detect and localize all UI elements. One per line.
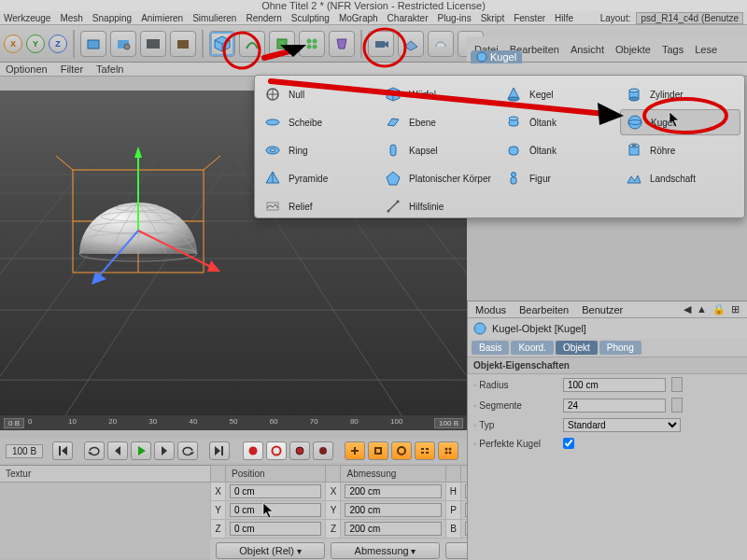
menu-rendern[interactable]: Rendern: [246, 13, 281, 23]
primitive-item-null[interactable]: Null: [259, 81, 379, 107]
axis-z-button[interactable]: Z: [49, 35, 67, 53]
attr-objtab-koord[interactable]: Koord.: [511, 341, 553, 355]
attr-perfekte kugel-checkbox[interactable]: [563, 438, 574, 449]
objmgr-menu-objekte[interactable]: Objekte: [615, 44, 651, 55]
svg-marker-16: [404, 41, 417, 50]
menu-charakter[interactable]: Charakter: [388, 13, 429, 23]
play-button[interactable]: [131, 441, 151, 460]
primitive-item-cone[interactable]: Kegel: [500, 81, 620, 107]
objmgr-menu-ansicht[interactable]: Ansicht: [571, 44, 604, 55]
record-button[interactable]: [243, 441, 263, 460]
menu-skript[interactable]: Skript: [481, 13, 505, 23]
coord-mode-dropdown[interactable]: Objekt (Rel) ▾: [216, 542, 325, 559]
primitive-item-oiltank2[interactable]: Öltank: [500, 137, 620, 163]
subtab-optionen[interactable]: Optionen: [6, 63, 48, 75]
menu-werkzeuge[interactable]: Werkzeuge: [4, 13, 50, 23]
key-rot-button[interactable]: [391, 441, 412, 460]
attr-nav-up-icon[interactable]: ▲: [697, 303, 707, 315]
timeline-start-frame[interactable]: 0 B: [4, 418, 24, 428]
step-forward-button[interactable]: [154, 441, 175, 460]
keyframe-all-button[interactable]: [313, 441, 333, 460]
primitive-item-cube[interactable]: Würfel: [379, 81, 500, 107]
menu-simulieren[interactable]: Simulieren: [192, 13, 236, 23]
sky-button[interactable]: [428, 31, 454, 57]
loop-button[interactable]: [84, 441, 105, 460]
nurbs-button[interactable]: [269, 31, 295, 57]
key-pos-button[interactable]: [345, 441, 365, 460]
primitive-item-landscape[interactable]: Landschaft: [620, 165, 740, 191]
primitive-item-tube[interactable]: Röhre: [620, 137, 740, 163]
coord-pos-z[interactable]: [230, 522, 321, 536]
render-settings-button[interactable]: [110, 31, 136, 57]
picture-viewer-button[interactable]: [140, 31, 166, 57]
objmgr-menu-tags[interactable]: Tags: [662, 44, 684, 55]
primitive-item-platonic[interactable]: Platonischer Körper: [379, 165, 500, 191]
attr-objtab-objekt[interactable]: Objekt: [556, 341, 598, 355]
primitive-item-cylinder[interactable]: Zylinder: [620, 81, 740, 107]
coord-dim-y[interactable]: [345, 503, 441, 517]
primitive-item-relief[interactable]: Relief: [259, 193, 379, 219]
menu-animieren[interactable]: Animieren: [141, 13, 183, 23]
loop-forward-button[interactable]: [177, 441, 198, 460]
timeline-ruler[interactable]: 0 B 01020304050607080100 100 B: [0, 415, 467, 430]
menu-hilfe[interactable]: Hilfe: [555, 13, 573, 23]
objmgr-menu-lese[interactable]: Lese: [695, 44, 717, 55]
attr-radius-field[interactable]: [563, 378, 666, 392]
primitive-item-capsule[interactable]: Kapsel: [379, 137, 500, 163]
primitive-item-figure[interactable]: Figur: [500, 165, 620, 191]
array-button[interactable]: [299, 31, 325, 57]
primitive-item-disc[interactable]: Scheibe: [259, 109, 379, 135]
primitive-item-plane[interactable]: Ebene: [379, 109, 500, 135]
coord-dim-x[interactable]: [345, 484, 441, 498]
menu-mograph[interactable]: MoGraph: [339, 13, 378, 23]
menu-plugins[interactable]: Plug-ins: [438, 13, 472, 23]
attr-objtab-basis[interactable]: Basis: [472, 341, 509, 355]
keyframe-sel-button[interactable]: [289, 441, 310, 460]
attr-segmente-field[interactable]: [563, 399, 666, 413]
autokey-button[interactable]: [266, 441, 287, 460]
coord-pos-y[interactable]: [230, 503, 321, 517]
attr-tab-bearbeiten[interactable]: Bearbeiten: [519, 304, 569, 315]
primitive-item-guide[interactable]: Hilfslinie: [379, 193, 500, 219]
attr-objtab-phong[interactable]: Phong: [599, 341, 641, 355]
layout-dropdown[interactable]: psd_R14_c4d (Benutze: [636, 12, 743, 24]
axis-x-button[interactable]: X: [4, 35, 22, 53]
end-frame-field[interactable]: 100 B: [6, 444, 43, 458]
coord-dim-z[interactable]: [345, 522, 441, 536]
deformer-button[interactable]: [329, 31, 355, 57]
axis-y-button[interactable]: Y: [26, 35, 45, 53]
timeline-range-end[interactable]: 100 B: [434, 418, 463, 428]
goto-end-button[interactable]: [209, 441, 230, 460]
subtab-filter[interactable]: Filter: [61, 63, 83, 75]
menu-mesh[interactable]: Mesh: [60, 13, 82, 23]
key-pla-button[interactable]: [438, 441, 458, 460]
render-queue-button[interactable]: [170, 31, 196, 57]
object-tab-kugel[interactable]: Kugel: [471, 50, 522, 63]
key-param-button[interactable]: [415, 441, 435, 460]
coord-pos-x[interactable]: [230, 484, 321, 498]
attr-tab-benutzer[interactable]: Benutzer: [582, 304, 623, 315]
attr-nav-back-icon[interactable]: ◀: [684, 303, 691, 315]
attr-lock-icon[interactable]: 🔒: [712, 303, 726, 315]
subtab-tafeln[interactable]: Tafeln: [96, 63, 123, 75]
primitive-item-oiltank[interactable]: Öltank: [500, 109, 620, 135]
key-scale-button[interactable]: [368, 441, 388, 460]
menu-snapping[interactable]: Snapping: [92, 13, 132, 23]
primitive-item-torus[interactable]: Ring: [259, 137, 379, 163]
attr-tab-modus[interactable]: Modus: [475, 304, 506, 315]
attr-menu-icon[interactable]: ⊞: [731, 303, 740, 315]
coord-dim-dropdown[interactable]: Abmessung ▾: [331, 542, 440, 559]
menu-sculpting[interactable]: Sculpting: [291, 13, 330, 23]
primitive-cube-button[interactable]: [209, 31, 235, 57]
spinner-icon[interactable]: [671, 377, 683, 392]
primitive-item-pyramid[interactable]: Pyramide: [259, 165, 379, 191]
attr-typ-dropdown[interactable]: Standard: [563, 418, 681, 432]
goto-start-button[interactable]: [52, 441, 73, 460]
spinner-icon[interactable]: [671, 398, 683, 413]
step-back-button[interactable]: [107, 441, 128, 460]
menu-fenster[interactable]: Fenster: [514, 13, 545, 23]
render-view-button[interactable]: [80, 31, 106, 57]
floor-button[interactable]: [398, 31, 424, 57]
spline-button[interactable]: [239, 31, 265, 57]
camera-button[interactable]: [368, 31, 394, 57]
